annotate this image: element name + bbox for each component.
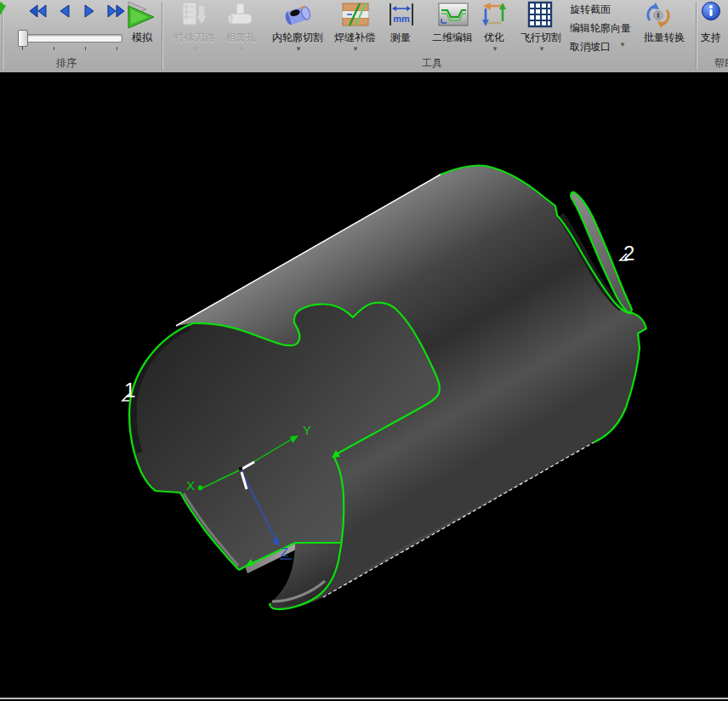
simulate-icon[interactable] [126,1,156,30]
chevron-down-icon: ▾ [350,44,361,53]
window-bottom-edge [0,698,728,699]
prev-step-button[interactable] [57,4,72,18]
tube-3d-scene[interactable]: X Y Z 1 2 [0,72,728,701]
group-label-tools: 工具 [413,56,451,71]
rotate-section-button[interactable]: 旋转截面 [570,3,611,16]
measure-icon[interactable]: mm [387,2,416,27]
slider-tick [117,47,117,50]
chevron-down-icon: ▾ [489,44,501,53]
inner-contour-cut-button[interactable]: 内轮廓切割 [270,31,326,43]
optimize-icon[interactable] [482,3,506,26]
first-step-button[interactable] [28,4,48,18]
slider-tick [85,47,86,50]
simulate-button[interactable]: 模拟 [126,31,158,43]
chevron-down-icon: ▾ [617,40,628,48]
optimize-button[interactable]: 优化 [481,31,507,43]
cam-application: 模拟 排序 特殊刀路 ▾ 相贯孔 ▾ [0,0,728,701]
simulation-slider-handle[interactable] [18,30,28,47]
slider-tick [22,47,23,50]
special-toolpath-icon [182,2,208,27]
divider [696,2,697,70]
chevron-down-icon: ▾ [293,44,304,53]
axis-z-label: Z [281,544,288,559]
inner-contour-cut-icon[interactable] [283,2,314,27]
cancel-bevel-button[interactable]: 取消坡口 [570,40,611,54]
batch-convert-icon[interactable] [644,2,673,29]
playback-controls [26,4,128,21]
group-label-sort: 排序 [48,56,85,71]
contour-2-number: 2 [623,242,634,265]
next-step-button[interactable] [82,4,97,18]
chevron-down-icon: ▾ [536,44,548,53]
measure-unit-text: mm [393,14,410,24]
batch-convert-button[interactable]: 批量转换 [638,31,691,43]
edit-2d-button[interactable]: 二维编辑 [429,31,475,43]
intersect-hole-icon [226,2,253,27]
support-info-icon[interactable] [701,1,721,21]
edit-2d-icon[interactable] [438,3,469,26]
clipped-icon [0,2,7,17]
viewport-3d[interactable]: X Y Z 1 2 [0,72,728,701]
support-button[interactable]: 支持 [699,31,723,43]
simulation-slider-track[interactable] [19,34,122,43]
measure-button[interactable]: 测量 [388,31,413,43]
chevron-down-icon: ▾ [189,44,201,53]
axis-y-label: Y [303,423,311,437]
weld-compensation-button[interactable]: 焊缝补偿 [332,31,378,43]
edit-contour-vector-button[interactable]: 编辑轮廓向量 [570,21,631,35]
fly-cut-button[interactable]: 飞行切割 [518,31,564,43]
group-label-help: 帮助 [706,56,728,71]
slider-tick [54,47,54,50]
weld-compensation-icon[interactable] [342,3,369,26]
axis-x-label: X [186,478,195,493]
ribbon-toolbar: 模拟 排序 特殊刀路 ▾ 相贯孔 ▾ [0,0,728,73]
special-toolpath-button: 特殊刀路 [170,31,219,43]
intersect-hole-button: 相贯孔 [219,31,262,43]
chevron-down-icon: ▾ [236,44,247,53]
divider [162,2,162,70]
last-step-button[interactable] [105,4,126,18]
fly-cut-icon[interactable] [527,1,553,28]
